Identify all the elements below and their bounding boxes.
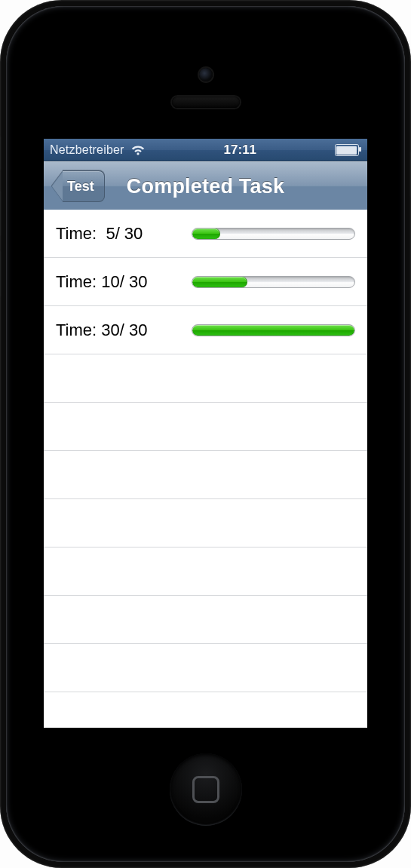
empty-row (44, 451, 367, 499)
task-progress-fill (192, 325, 354, 336)
task-progress (192, 228, 355, 240)
screen: Netzbetreiber 17:11 Test (44, 139, 367, 728)
empty-row (44, 547, 367, 596)
earpiece (172, 97, 240, 108)
wifi-icon (130, 145, 146, 156)
task-time-label: Time: 10/ 30 (56, 272, 178, 292)
task-progress (192, 276, 355, 288)
status-time: 17:11 (224, 143, 256, 158)
task-row[interactable]: Time: 10/ 30 (44, 258, 367, 306)
task-progress-fill (192, 277, 247, 287)
task-progress (192, 324, 355, 336)
home-button[interactable] (170, 753, 242, 826)
device-frame: Netzbetreiber 17:11 Test (0, 0, 411, 868)
task-time-label: Time: 5/ 30 (56, 224, 178, 244)
empty-row (44, 403, 367, 451)
back-arrow-icon (51, 171, 63, 201)
task-row[interactable]: Time: 30/ 30 (44, 306, 367, 354)
device-bezel: Netzbetreiber 17:11 Test (6, 6, 405, 862)
content[interactable]: Time: 5/ 30Time: 10/ 30Time: 30/ 30 (44, 210, 367, 728)
battery-fill (336, 146, 357, 155)
empty-row (44, 354, 367, 403)
nav-bar: Test Completed Task (44, 161, 367, 211)
empty-row (44, 644, 367, 692)
back-button[interactable]: Test (51, 171, 105, 201)
task-time-label: Time: 30/ 30 (56, 321, 178, 340)
back-button-body: Test (63, 170, 105, 202)
nav-title: Completed Task (127, 175, 284, 198)
front-camera (199, 68, 213, 81)
task-progress-fill (192, 229, 220, 239)
carrier-label: Netzbetreiber (50, 143, 124, 157)
status-left: Netzbetreiber (50, 143, 146, 157)
task-list: Time: 5/ 30Time: 10/ 30Time: 30/ 30 (44, 210, 367, 728)
empty-row (44, 692, 367, 728)
status-bar: Netzbetreiber 17:11 (44, 139, 367, 161)
back-button-label: Test (67, 179, 94, 195)
empty-row (44, 499, 367, 547)
empty-row (44, 596, 367, 644)
task-row[interactable]: Time: 5/ 30 (44, 210, 367, 258)
battery-icon (335, 144, 359, 156)
